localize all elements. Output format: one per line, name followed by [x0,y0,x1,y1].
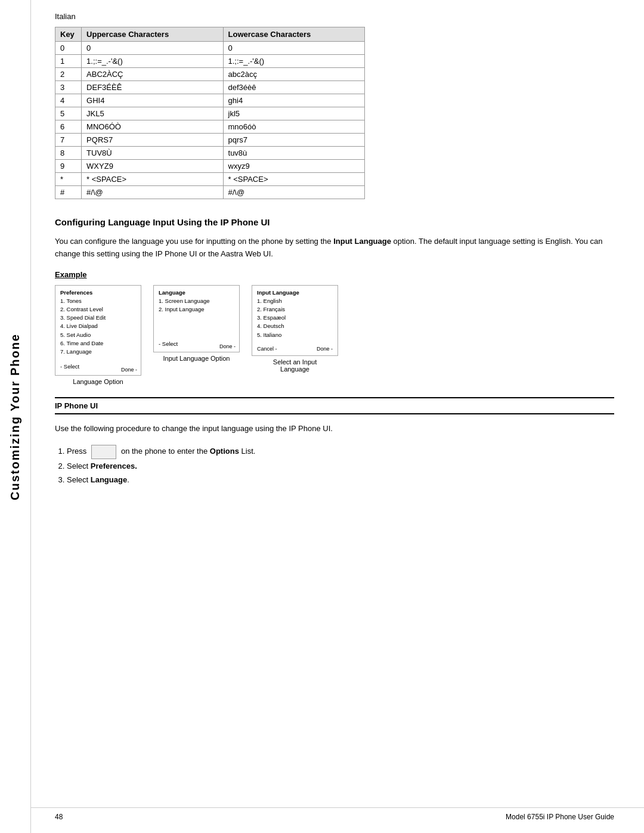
table-cell-lower: mno6óò [223,120,364,134]
table-cell-upper: WXYZ9 [82,160,223,173]
table-cell-lower: #/\@ [223,186,364,199]
table-cell-lower: wxyz9 [223,160,364,173]
table-row: 7PQRS7pqrs7 [55,134,365,147]
panel3-done: Done - [317,346,333,352]
panel2-caption: Input Language Option [163,355,230,362]
panel2-item-2: 2. Input Language [159,305,234,314]
panel3-item-3: 3. Espaæol [257,314,333,322]
ip-phone-ui-label: IP Phone UI [55,401,98,410]
phone-panel-2: Language 1. Screen Language 2. Input Lan… [153,285,240,353]
panel3-cancel: Cancel - [257,346,277,352]
panel1-item-1: 1. Tones [60,297,136,305]
table-cell-lower: * <SPACE> [223,173,364,186]
table-row: 6MNO6ÓÒmno6óò [55,120,365,134]
steps-list: Press on the phone to enter the Options … [67,444,614,487]
table-cell-key: 1 [55,55,82,68]
table-row: 000 [55,42,365,55]
table-cell-upper: #/\@ [82,186,223,199]
panel3-item-1: 1. English [257,297,333,305]
table-cell-lower: 1.;:=_.-'&() [223,55,364,68]
table-cell-key: * [55,173,82,186]
panel3-title: Input Language [257,289,333,296]
panel1-item-3: 3. Speed Dial Edit [60,314,136,322]
panel3-item-5: 5. Italiano [257,331,333,339]
table-cell-lower: abc2àcç [223,68,364,81]
table-cell-upper: 1.;:=_.-'&() [82,55,223,68]
step-3: Select Language. [67,473,614,487]
table-cell-lower: 0 [223,42,364,55]
table-cell-lower: jkl5 [223,107,364,120]
panel1-item-6: 6. Time and Date [60,339,136,348]
panel1-item-5: 5. Set Audio [60,331,136,339]
table-header-lower: Lowercase Characters [223,27,364,42]
character-table: Key Uppercase Characters Lowercase Chara… [55,27,365,199]
table-cell-upper: GHI4 [82,94,223,107]
table-cell-lower: def3éèê [223,81,364,94]
table-row: ** <SPACE>* <SPACE> [55,173,365,186]
ip-phone-ui-divider: IP Phone UI [55,397,614,414]
table-cell-key: 4 [55,94,82,107]
example-panel-group-2: Language 1. Screen Language 2. Input Lan… [153,285,240,363]
table-cell-key: 3 [55,81,82,94]
table-header-key: Key [55,27,82,42]
example-panel-group-1: Preferences 1. Tones 2. Contrast Level 3… [55,285,141,385]
main-content: Italian Key Uppercase Characters Lowerca… [31,0,644,511]
table-cell-upper: JKL5 [82,107,223,120]
table-cell-key: 0 [55,42,82,55]
example-panel-group-3: Input Language 1. English 2. Français 3.… [252,285,338,373]
table-cell-upper: PQRS7 [82,134,223,147]
example-panels: Preferences 1. Tones 2. Contrast Level 3… [55,285,614,385]
ip-phone-body: Use the following procedure to change th… [55,423,614,435]
table-row: 4GHI4ghi4 [55,94,365,107]
table-cell-upper: * <SPACE> [82,173,223,186]
panel1-done: Done - [121,367,137,373]
panel2-title: Language [159,289,234,296]
table-cell-key: 7 [55,134,82,147]
table-cell-key: 8 [55,147,82,160]
panel3-item-4: 4. Deutsch [257,322,333,330]
table-cell-lower: pqrs7 [223,134,364,147]
table-cell-upper: TUV8Ù [82,147,223,160]
options-button[interactable] [91,445,116,459]
step-2: Select Preferences. [67,459,614,473]
table-cell-lower: ghi4 [223,94,364,107]
panel1-item-2: 2. Contrast Level [60,305,136,314]
table-cell-key: 5 [55,107,82,120]
table-cell-upper: MNO6ÓÒ [82,120,223,134]
table-row: 9WXYZ9wxyz9 [55,160,365,173]
table-cell-key: # [55,186,82,199]
sidebar-title: Customizing Your Phone [8,333,22,500]
table-cell-upper: 0 [82,42,223,55]
footer-page-number: 48 [55,813,63,821]
phone-panel-1: Preferences 1. Tones 2. Contrast Level 3… [55,285,141,376]
table-cell-upper: DEF3ÉÈÊ [82,81,223,94]
char-table-body: 00011.;:=_.-'&()1.;:=_.-'&()2ABC2ÀCÇabc2… [55,42,365,199]
table-cell-key: 2 [55,68,82,81]
config-body: You can configure the language you use f… [55,236,614,261]
table-row: 11.;:=_.-'&()1.;:=_.-'&() [55,55,365,68]
table-cell-upper: ABC2ÀCÇ [82,68,223,81]
panel3-caption: Select an InputLanguage [273,358,317,373]
sidebar: Customizing Your Phone [0,0,31,833]
italian-label: Italian [55,12,614,21]
panel2-item-1: 1. Screen Language [159,297,234,305]
panel1-caption: Language Option [73,378,123,385]
config-heading: Configuring Language Input Using the IP … [55,217,614,227]
panel1-title: Preferences [60,289,136,296]
table-cell-key: 9 [55,160,82,173]
table-header-upper: Uppercase Characters [82,27,223,42]
table-cell-key: 6 [55,120,82,134]
phone-panel-3: Input Language 1. English 2. Français 3.… [252,285,338,356]
table-row: ##/\@#/\@ [55,186,365,199]
panel1-item-7: 7. Language [60,348,136,356]
step-1: Press on the phone to enter the Options … [67,444,614,459]
footer-title: Model 6755i IP Phone User Guide [506,813,614,821]
example-label: Example [55,270,614,279]
panel2-done: Done - [219,343,236,349]
footer: 48 Model 6755i IP Phone User Guide [31,807,644,821]
table-row: 3DEF3ÉÈÊdef3éèê [55,81,365,94]
table-cell-lower: tuv8ù [223,147,364,160]
table-row: 2ABC2ÀCÇabc2àcç [55,68,365,81]
table-row: 8TUV8Ùtuv8ù [55,147,365,160]
panel3-item-2: 2. Français [257,305,333,314]
